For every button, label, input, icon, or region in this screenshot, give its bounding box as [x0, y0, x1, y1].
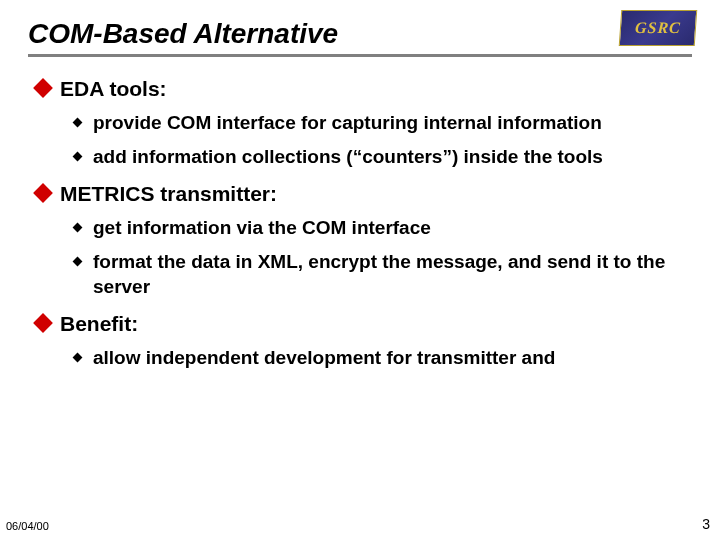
bullet-text: provide COM interface for capturing inte… [93, 110, 602, 136]
bullet-text: get information via the COM interface [93, 215, 431, 241]
gsrc-logo: GSRC [619, 10, 698, 46]
bullet-level2: get information via the COM interface [74, 215, 692, 241]
footer-date: 06/04/00 [6, 520, 49, 532]
footer-page-number: 3 [702, 516, 710, 532]
slide-title: COM-Based Alternative [28, 18, 692, 50]
bullet-text: allow independent development for transm… [93, 345, 555, 371]
bullet-level1: EDA tools: [36, 75, 692, 102]
bullet-text: Benefit: [60, 310, 138, 337]
bullet-level2: format the data in XML, encrypt the mess… [74, 249, 692, 300]
bullet-text: add information collections (“counters”)… [93, 144, 603, 170]
dot-icon [73, 256, 83, 266]
bullet-text: METRICS transmitter: [60, 180, 277, 207]
diamond-icon [33, 313, 53, 333]
bullet-level1: Benefit: [36, 310, 692, 337]
bullet-text: format the data in XML, encrypt the mess… [93, 249, 672, 300]
bullet-level1: METRICS transmitter: [36, 180, 692, 207]
dot-icon [73, 151, 83, 161]
bullet-text: EDA tools: [60, 75, 167, 102]
dot-icon [73, 353, 83, 363]
dot-icon [73, 222, 83, 232]
dot-icon [73, 118, 83, 128]
diamond-icon [33, 183, 53, 203]
bullet-level2: provide COM interface for capturing inte… [74, 110, 692, 136]
title-underline [28, 54, 692, 57]
bullet-level2: add information collections (“counters”)… [74, 144, 692, 170]
diamond-icon [33, 78, 53, 98]
bullet-level2: allow independent development for transm… [74, 345, 692, 371]
